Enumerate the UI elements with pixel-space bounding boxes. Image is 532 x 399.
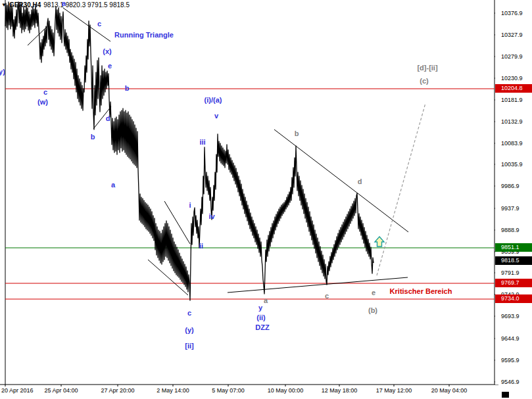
time-tick-label: 5 May 07:00 (212, 387, 245, 394)
axis-corner-marker (502, 392, 509, 398)
chart-canvas[interactable] (0, 0, 532, 399)
time-tick-label: 10 May 00:00 (268, 387, 304, 394)
price-badge-9818.5: 9818.5 (495, 256, 532, 265)
price-tick-label: 9546.9 (501, 379, 520, 385)
trendline-7[interactable] (228, 277, 408, 293)
time-tick-label: 17 May 12:00 (376, 387, 412, 394)
price-tick-label: 9986.9 (501, 183, 520, 189)
trendline-3[interactable] (93, 106, 111, 129)
price-tick-label: 9791.9 (501, 270, 520, 276)
price-tick-label: 9595.9 (501, 357, 520, 364)
price-tick-label: 10181.9 (501, 97, 523, 103)
price-series-path (5, 2, 374, 300)
price-badge-9769.7: 9769.7 (495, 279, 532, 287)
price-badge-9851.1: 9851.1 (495, 243, 532, 252)
price-badge-9734.0: 9734.0 (495, 294, 532, 303)
price-badge-10204.8: 10204.8 (495, 84, 532, 93)
price-tick-label: 10279.9 (501, 53, 523, 60)
time-axis[interactable]: 20 Apr 201625 Apr 04:0027 Apr 20:002 May… (0, 387, 532, 399)
time-tick-label: 20 May 04:00 (431, 387, 468, 394)
up-arrow-icon[interactable] (375, 237, 384, 246)
price-tick-label: 10132.9 (501, 118, 523, 125)
time-tick-label: 12 May 18:00 (322, 387, 358, 394)
time-tick-label: 20 Apr 2016 (1, 387, 34, 394)
price-tick-label: 9888.9 (501, 227, 520, 233)
price-tick-label: 10035.9 (501, 161, 523, 168)
time-tick-label: 2 May 14:00 (157, 387, 189, 394)
price-tick-label: 9937.9 (501, 205, 520, 212)
trendline-1[interactable] (63, 8, 110, 41)
time-tick-label: 27 Apr 20:00 (101, 387, 134, 394)
time-tick-label: 25 Apr 04:00 (44, 387, 78, 394)
price-tick-label: 10376.9 (501, 10, 523, 16)
price-tick-label: 9693.9 (501, 313, 520, 319)
price-tick-label: 10083.9 (501, 140, 523, 147)
mt4-chart-window: ▼ GER30,H4 9813.1 9820.3 9791.5 9818.5 a… (0, 0, 532, 399)
price-axis[interactable]: 10376.910327.910279.910230.910181.910132… (495, 0, 532, 385)
forecast-dashed-line[interactable] (377, 103, 425, 275)
price-tick-label: 10230.9 (501, 75, 523, 82)
price-tick-label: 9644.9 (501, 335, 520, 342)
price-tick-label: 10327.9 (501, 32, 523, 38)
